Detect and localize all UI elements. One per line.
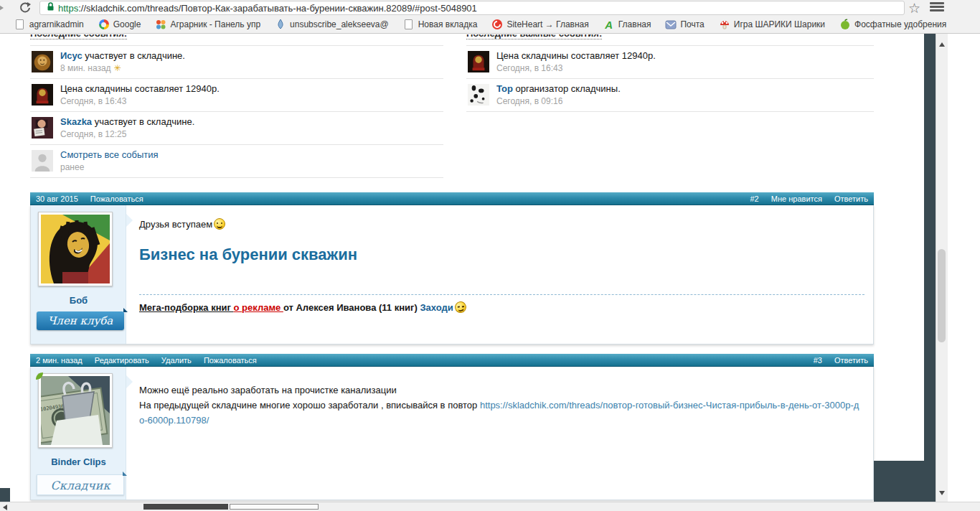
events-right-heading: Последние важные события: <box>466 34 874 39</box>
google-icon <box>98 19 110 30</box>
bookmark-star-icon[interactable]: ☆ <box>908 0 920 17</box>
delete-link[interactable]: Удалить <box>161 356 192 365</box>
event-row: Top организатор складчины. Сегодня, в 09… <box>466 79 874 112</box>
joomla-icon <box>155 19 166 30</box>
bookmark-item-google[interactable]: Google <box>98 19 141 30</box>
events-left-heading: Последние события: <box>30 34 443 39</box>
post-date: 30 авг 2015 <box>36 194 78 203</box>
bookmark-item-fosfat[interactable]: Фосфатные удобрения <box>839 19 946 30</box>
message-line: На предыдущей складчине многие хорошо за… <box>139 400 480 411</box>
page-icon <box>14 19 26 30</box>
scroll-up-arrow-icon[interactable] <box>939 42 945 47</box>
bookmark-label: Игра ШАРИКИ Шарики <box>734 19 825 29</box>
bubble-arrow <box>126 375 133 388</box>
bookmark-item-siteheart[interactable]: SiteHeart → Главная <box>491 19 588 30</box>
event-user-link[interactable]: Исус <box>60 50 83 61</box>
star-icon: ✳ <box>114 63 121 73</box>
post-number-link[interactable]: #3 <box>814 356 822 365</box>
event-action: участвует в складчине. <box>83 50 185 61</box>
bubble-arrow <box>126 214 133 227</box>
signature-divider <box>139 294 864 295</box>
reply-link[interactable]: Ответить <box>834 194 868 203</box>
bookmark-label: SiteHeart → Главная <box>507 19 588 29</box>
bookmark-item-agrarnikadmin[interactable]: agrarnikadmin <box>14 19 84 30</box>
bookmark-item-unsubscribe[interactable]: unsubscribe_alekseeva@ <box>275 19 389 30</box>
event-action: Цена складчины составляет 12940р. <box>496 50 656 61</box>
avatar-emblem[interactable] <box>468 51 489 72</box>
signature-text: Мега-подборка книг <box>139 302 234 313</box>
scroll-down-arrow-icon[interactable] <box>939 491 945 495</box>
vertical-scrollbar-thumb[interactable] <box>938 249 946 342</box>
signature-link[interactable]: Заходи <box>420 302 453 313</box>
event-action: организатор складчины. <box>513 83 621 94</box>
avatar-emblem[interactable] <box>32 84 53 106</box>
reply-link[interactable]: Ответить <box>834 356 868 365</box>
forward-arrow-icon[interactable] <box>0 3 4 13</box>
scroll-left-arrow-icon[interactable] <box>3 505 7 510</box>
horizontal-scrollbar[interactable] <box>0 502 980 511</box>
event-time: ранее <box>60 162 84 172</box>
horizontal-scrollbar-thumb[interactable] <box>143 504 228 510</box>
events-right-column: Последние важные события: Цена складчины… <box>466 34 874 149</box>
see-all-events-link[interactable]: Смотреть все события <box>60 149 159 160</box>
bookmark-label: agrarnikadmin <box>29 19 84 29</box>
menu-icon[interactable] <box>930 2 944 14</box>
event-time: Сегодня, в 16:43 <box>60 96 126 106</box>
page-viewport: Последние события: Исус участвует в скла… <box>0 34 980 511</box>
online-leaf-icon <box>35 370 44 383</box>
event-row: Цена складчины составляет 12940р. Сегодн… <box>466 46 874 79</box>
avatar-bob-marley[interactable] <box>38 212 113 286</box>
reload-icon[interactable] <box>19 1 32 14</box>
event-time: Сегодня, в 12:25 <box>60 129 126 139</box>
avatar-lion[interactable] <box>32 51 53 72</box>
avatar-spotted[interactable] <box>468 84 489 106</box>
event-row: Skazka участвует в складчине. Сегодня, в… <box>30 112 443 145</box>
green-fruit-icon <box>839 19 851 30</box>
event-user-link[interactable]: Top <box>496 83 513 94</box>
mushroom-icon <box>719 19 730 30</box>
post-2-sidebar: Боб Член клуба <box>31 205 126 344</box>
bookmark-item-glavnaya[interactable]: А Главная <box>603 19 651 30</box>
smiley-icon <box>214 218 225 230</box>
edit-link[interactable]: Редактировать <box>95 356 149 365</box>
envelope-icon <box>665 19 677 30</box>
event-action: Цена складчины составляет 12940р. <box>60 83 220 94</box>
member-badge: Член клуба <box>37 311 124 330</box>
post-3-header: 2 мин. назад Редактировать Удалить Пожал… <box>30 354 874 367</box>
username[interactable]: Binder Clips <box>31 456 126 467</box>
bookmark-item-pochta[interactable]: Почта <box>665 19 704 30</box>
event-action: участвует в складчине. <box>92 116 194 127</box>
post-number-link[interactable]: #2 <box>750 194 759 203</box>
like-link[interactable]: Мне нравится <box>771 194 822 203</box>
avatar-binder-clips[interactable]: 2102049361 <box>38 373 113 448</box>
green-a-icon: А <box>603 19 615 30</box>
signature-red-link[interactable]: о рекламе <box>234 302 283 313</box>
bookmark-item-new-tab[interactable]: Новая вкладка <box>403 19 478 30</box>
bookmark-label: Новая вкладка <box>418 19 478 29</box>
bookmark-label: Google <box>113 19 141 29</box>
post-3-message: Можно ещё реально заработать на прочистк… <box>139 383 862 428</box>
avatar-skazka[interactable] <box>32 117 53 139</box>
event-time: 8 мин. назад <box>60 63 111 73</box>
address-bar[interactable]: https://skladchik.com/threads/Повтор-Как… <box>39 1 905 15</box>
page-dark-background <box>924 34 936 502</box>
bookmark-label: unsubscribe_alekseeva@ <box>290 19 389 29</box>
url-path: ://skladchik.com/threads/Повтор-Как-зара… <box>78 3 477 14</box>
username[interactable]: Боб <box>31 295 126 306</box>
report-link[interactable]: Пожаловаться <box>204 356 257 365</box>
bookmarks-bar: висы agrarnikadmin Google Аграрник - Пан… <box>0 16 980 34</box>
event-user-link[interactable]: Skazka <box>60 116 92 127</box>
bookmark-item-agrarnik-panel[interactable]: Аграрник - Панель упр <box>155 19 260 30</box>
bookmark-label: Аграрник - Панель упр <box>170 19 260 29</box>
browser-window: https://skladchik.com/threads/Повтор-Как… <box>0 0 980 511</box>
page-dark-background <box>0 488 10 502</box>
events-left-column: Последние события: Исус участвует в скла… <box>30 34 443 214</box>
signature-text: от Алексея Иванова (11 книг) <box>283 302 420 313</box>
avatar-silhouette[interactable] <box>32 150 53 172</box>
vertical-scrollbar[interactable] <box>936 34 948 502</box>
report-link[interactable]: Пожаловаться <box>90 194 143 203</box>
siteheart-icon <box>491 19 503 30</box>
event-row: Цена складчины составляет 12940р. Сегодн… <box>30 79 443 112</box>
post-2-header: 30 авг 2015 Пожаловаться #2 Мне нравится… <box>30 192 874 205</box>
bookmark-item-shariki[interactable]: Игра ШАРИКИ Шарики <box>719 19 825 30</box>
